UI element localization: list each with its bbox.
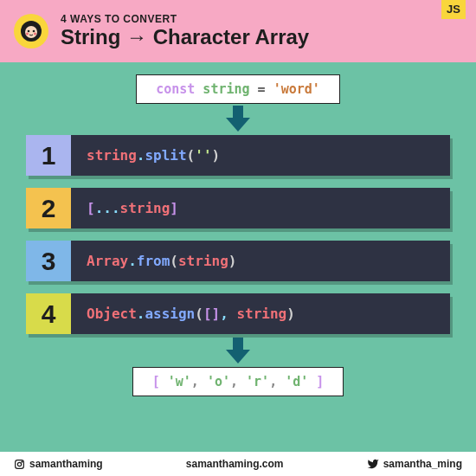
code-token: ... xyxy=(95,200,120,216)
method-number: 3 xyxy=(26,241,71,281)
code-token: . xyxy=(137,306,145,322)
code-token: assign xyxy=(145,306,195,322)
instagram-text: samanthaming xyxy=(29,458,103,470)
method-number: 4 xyxy=(26,293,71,334)
output-code-box: [ 'w', 'o', 'r', 'd' ] xyxy=(132,367,344,396)
js-badge: JS xyxy=(441,0,466,19)
output-comma: , xyxy=(269,374,277,389)
method-code: string.split('') xyxy=(71,135,450,176)
avatar xyxy=(14,14,48,48)
instagram-icon xyxy=(14,459,25,470)
svg-point-5 xyxy=(26,33,29,35)
svg-point-9 xyxy=(22,460,23,461)
method-number: 2 xyxy=(26,188,71,228)
code-token: from xyxy=(137,253,170,269)
twitter-text: samantha_ming xyxy=(383,458,462,470)
method-code: Object.assign([], string) xyxy=(71,293,450,334)
method-number: 1 xyxy=(26,135,71,176)
code-token: . xyxy=(137,147,145,164)
output-comma: , xyxy=(230,374,238,389)
code-token: ( xyxy=(170,253,178,269)
twitter-handle: samantha_ming xyxy=(367,458,462,470)
code-token: ] xyxy=(170,200,178,216)
footer: samanthaming samanthaming.com samantha_m… xyxy=(0,452,476,476)
twitter-icon xyxy=(367,458,379,470)
svg-point-2 xyxy=(25,26,37,38)
code-token: string xyxy=(178,253,228,269)
code-token: Object xyxy=(87,306,137,322)
code-token: string xyxy=(87,147,137,164)
code-token: ( xyxy=(187,147,196,164)
method-row: 3Array.from(string) xyxy=(26,241,450,281)
code-token: ) xyxy=(286,306,295,322)
token-bracket: ] xyxy=(316,374,324,389)
instagram-handle: samanthaming xyxy=(14,458,103,470)
output-token: 'r' xyxy=(246,374,269,389)
token-keyword: const xyxy=(156,81,195,97)
code-token: split xyxy=(145,147,186,164)
code-token: string xyxy=(120,200,170,216)
svg-point-8 xyxy=(17,462,21,466)
code-token: Array xyxy=(87,253,128,269)
code-token: ) xyxy=(228,253,237,269)
method-code: [...string] xyxy=(71,188,450,228)
code-token: [ xyxy=(87,200,95,216)
method-row: 1string.split('') xyxy=(26,135,450,176)
token-equals: = xyxy=(258,81,266,97)
code-token: ) xyxy=(212,147,221,164)
output-token: 'd' xyxy=(285,374,308,389)
method-code: Array.from(string) xyxy=(71,241,450,281)
website-text: samanthaming.com xyxy=(186,458,284,470)
content: const string = 'word' 1string.split('')2… xyxy=(0,62,476,396)
code-token: . xyxy=(128,253,137,269)
header-title: String → Character Array xyxy=(61,25,309,49)
token-string: 'word' xyxy=(273,81,320,97)
method-row: 4Object.assign([], string) xyxy=(26,293,450,334)
header-subtitle: 4 WAYS TO CONVERT xyxy=(61,13,309,25)
output-token: 'w' xyxy=(168,374,191,389)
token-bracket: [ xyxy=(152,374,160,389)
output-comma: , xyxy=(191,374,199,389)
token-variable: string xyxy=(203,81,249,97)
code-token: ( xyxy=(195,306,203,322)
svg-point-6 xyxy=(34,33,36,35)
svg-point-3 xyxy=(28,30,30,33)
website-link: samanthaming.com xyxy=(186,458,284,470)
code-token: string xyxy=(236,306,286,322)
arrow-down-icon xyxy=(226,338,250,363)
method-row: 2[...string] xyxy=(26,188,450,228)
arrow-down-icon xyxy=(226,106,250,132)
code-token: , xyxy=(220,306,236,322)
output-token: 'o' xyxy=(207,374,230,389)
header: 4 WAYS TO CONVERT String → Character Arr… xyxy=(0,0,476,62)
input-code-box: const string = 'word' xyxy=(136,74,340,104)
svg-point-4 xyxy=(33,30,35,33)
code-token: '' xyxy=(195,147,211,164)
code-token: [] xyxy=(203,306,220,322)
methods-list: 1string.split('')2[...string]3Array.from… xyxy=(26,135,450,346)
